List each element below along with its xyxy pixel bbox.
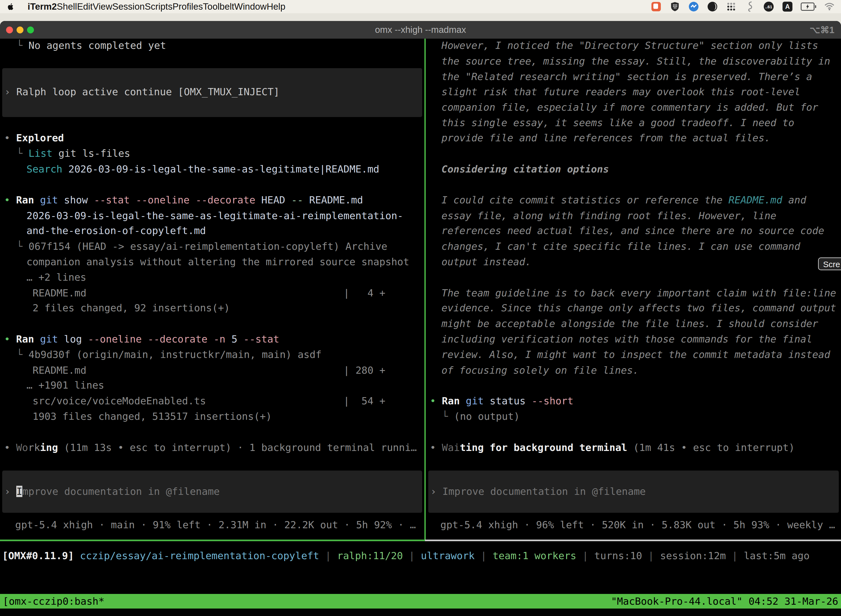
agents-status-line: └ No agents completed yet [16,38,166,53]
thinking-para3-line1: The team guideline is to back every impo… [441,285,836,301]
a-tile-label: A [782,1,793,12]
hook-utility-icon[interactable] [744,1,756,12]
thinking-heading: Considering citation options [441,161,609,177]
git-log-output1: └ 4b9d30f (origin/main, instructkr/main,… [16,347,321,362]
waiting-status-line: • Waiting for background terminal (1m 41… [430,440,795,455]
git-show-stat1: README.md | 4 + [32,285,385,301]
git-show-arg-line1: 2026-03-09-is-legal-the-same-as-legitima… [26,208,403,224]
thinking-para3-line5: review. Also, I might want to inspect th… [441,347,830,362]
omx-status-line: [OMX#0.11.9] cczip/essay/ai-reimplementa… [2,548,810,563]
menu-window[interactable]: Window [234,1,267,12]
thinking-para3-line2: evidence. Since this change only affects… [441,300,836,316]
prompt-left-text: › Improve documentation in @filename [4,484,220,499]
thinking-para2-line3: references need actual files, and since … [441,223,824,238]
menu-toolbelt[interactable]: Toolbelt [203,1,234,12]
menu-status-icons: ..61 A [651,1,835,12]
menu-view[interactable]: View [93,1,112,12]
menu-left: iTerm2ShellEditViewSessionScriptsProfile… [6,1,285,12]
apple-menu-icon[interactable] [6,2,15,11]
git-log-stat2: src/voice/voiceModeEnabled.ts | 54 + [32,393,385,409]
thinking-para3-line6: of focusing solely on file lines. [441,363,639,378]
menu-help[interactable]: Help [267,1,285,12]
thinking-para1-line7: provide file and line references from th… [441,130,771,146]
shield-icon[interactable] [670,1,680,12]
explored-search-line: Search 2026-03-09-is-legal-the-same-as-l… [26,161,379,177]
thinking-para3-line4: including verification notes with those … [441,331,812,347]
terminal-content: └ No agents completed yet› Ralph loop ac… [0,21,841,616]
menu-shell[interactable]: Shell [57,1,77,12]
git-log-stat1: README.md | 280 + [32,363,385,378]
thinking-para2-line1: I could cite commit statistics or refere… [441,192,806,208]
tmux-host-time: "MacBook-Pro-44.local" 04:52 31-Mar-26 [611,595,838,607]
a-tile-icon[interactable]: A [782,1,793,12]
ralph-loop-line: › Ralph loop active continue [OMX_TMUX_I… [4,84,280,100]
battery-icon[interactable] [801,3,816,11]
screen: iTerm2ShellEditViewSessionScriptsProfile… [0,0,841,616]
explored-header: • Explored [4,130,64,146]
thinking-para2-line4: changes, I can't cite specific file line… [441,239,800,254]
menu-session[interactable]: Session [112,1,145,12]
thinking-para1-line6: this single essay, it seems like a good … [441,115,794,131]
sync-status-icon[interactable] [688,1,699,12]
thinking-para1-line3: the "Related research writing" section i… [441,69,812,84]
git-log-stat3: 1903 files changed, 513517 insertions(+) [32,409,272,424]
count-badge-label: ..61 [764,1,774,12]
wifi-icon[interactable] [824,1,835,12]
menu-profiles[interactable]: Profiles [173,1,203,12]
dots-grid-icon[interactable] [726,1,737,12]
tmux-status-bar: [omx-cczip0:bash* "MacBook-Pro-44.local"… [0,594,841,609]
git-show-output3: … +2 lines [26,270,86,285]
thinking-para1-line4: slight risk that future readers may over… [441,84,800,100]
thinking-para1-line5: companion file, especially if more comme… [441,100,818,115]
git-show-stat2: 2 files changed, 92 insertions(+) [32,300,230,316]
model-status-right: gpt-5.4 xhigh · 96% left · 520K in · 5.8… [440,517,835,532]
explored-list-line: └ List git ls-files [16,146,130,161]
menu-items: iTerm2ShellEditViewSessionScriptsProfile… [28,1,285,12]
git-show-output1: └ 067f154 (HEAD -> essay/ai-reimplementa… [16,239,387,254]
git-show-output2: companion analysis without altering the … [26,254,409,270]
menu-bar: iTerm2ShellEditViewSessionScriptsProfile… [0,0,841,13]
ran-git-status-line: • Ran git status --short [430,393,573,409]
menu-iterm2[interactable]: iTerm2 [28,1,57,12]
ran-git-show-line: • Ran git show --stat --oneline --decora… [4,192,363,208]
menu-scripts[interactable]: Scripts [145,1,173,12]
git-log-output2: … +1901 lines [26,378,104,393]
thinking-para1-line2: the source tree, missing the essay. Stil… [441,54,830,69]
thinking-para1-line1: However, I noticed the "Directory Struct… [441,38,818,53]
tmux-session-label: [omx-cczip0:bash* [3,595,104,607]
model-status-left: gpt-5.4 xhigh · main · 91% left · 2.31M … [15,517,416,532]
working-status-line: • Working (11m 13s • esc to interrupt) ·… [4,440,417,455]
git-show-arg-line2: and-the-erosion-of-copyleft.md [26,223,206,238]
prompt-right-text: › Improve documentation in @filename [431,484,646,499]
thinking-para3-line3: might be acceptable alongside the file l… [441,316,818,331]
git-status-output: └ (no output) [442,409,520,424]
screen-share-overlay[interactable]: Scre [818,258,841,270]
menu-edit[interactable]: Edit [77,1,93,12]
thinking-para2-line2: essay file, along with finding root file… [441,208,777,224]
screen-share-overlay-label: Scre [823,260,840,269]
ran-git-log-line: • Ran git log --oneline --decorate -n 5 … [4,331,279,347]
iterm-window: omx --xhigh --madmax ⌥⌘1 └ No agents com… [0,21,841,616]
chat-app-icon[interactable] [651,1,662,12]
pie-menu-icon[interactable] [707,1,718,12]
thinking-para2-line5: output instead. [441,254,531,270]
count-badge-icon[interactable]: ..61 [763,1,774,12]
